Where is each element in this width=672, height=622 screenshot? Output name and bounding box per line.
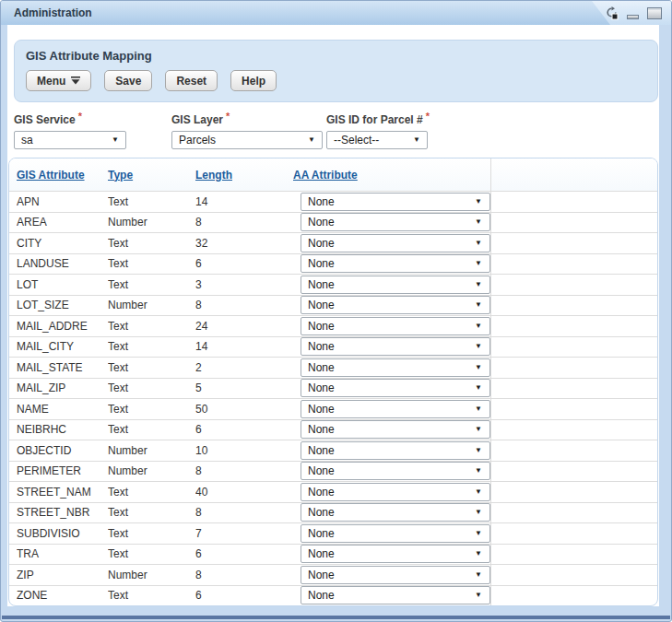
aa-attribute-select[interactable]: None ▼: [301, 337, 490, 356]
cell-gis-attribute: NAME: [17, 403, 108, 416]
minimize-icon[interactable]: [627, 7, 639, 19]
column-header-length[interactable]: Length: [195, 169, 232, 182]
cell-type: Text: [108, 361, 195, 374]
gis-form: GIS Service* sa ▼ GIS Layer* Parcels ▼ G…: [7, 111, 659, 153]
chevron-down-icon: ▼: [475, 281, 482, 288]
cell-gis-attribute: NEIBRHC: [17, 423, 108, 436]
cell-type: Text: [108, 340, 195, 353]
chevron-down-icon: ▼: [475, 198, 482, 205]
reset-button[interactable]: Reset: [165, 70, 218, 91]
cell-length: 10: [195, 444, 293, 457]
cell-length: 7: [195, 527, 293, 540]
attribute-table: GIS Attribute Type Length AA Attribute A…: [8, 158, 658, 606]
aa-attribute-value: None: [308, 381, 475, 394]
maximize-icon[interactable]: [647, 7, 662, 19]
aa-attribute-select[interactable]: None ▼: [301, 254, 490, 273]
aa-attribute-select[interactable]: None ▼: [301, 317, 490, 335]
cell-length: 6: [195, 547, 293, 560]
cell-length: 3: [195, 278, 293, 291]
cell-type: Text: [108, 320, 195, 333]
cell-length: 14: [195, 195, 293, 208]
table-row: PERIMETER Number 8 None ▼: [9, 461, 657, 482]
aa-attribute-select[interactable]: None ▼: [301, 379, 490, 397]
cell-gis-attribute: OBJECTID: [17, 444, 108, 457]
cell-gis-attribute: AREA: [17, 216, 108, 229]
gis-service-select[interactable]: sa ▼: [14, 131, 126, 149]
cell-type: Text: [108, 278, 195, 291]
aa-attribute-select[interactable]: None ▼: [301, 400, 490, 418]
cell-gis-attribute: PERIMETER: [17, 464, 108, 477]
table-row: AREA Number 8 None ▼: [9, 212, 657, 233]
aa-attribute-select[interactable]: None ▼: [301, 503, 490, 522]
gis-attribute-mapping-panel: GIS Attribute Mapping Menu Save Reset He…: [14, 40, 658, 102]
save-button[interactable]: Save: [104, 70, 152, 91]
menu-button[interactable]: Menu: [26, 70, 91, 91]
cell-length: 5: [195, 381, 293, 394]
aa-attribute-select[interactable]: None ▼: [301, 586, 490, 604]
chevron-down-icon: ▼: [112, 136, 119, 144]
chevron-down-icon: ▼: [475, 405, 482, 413]
cell-type: Text: [108, 527, 195, 540]
aa-attribute-value: None: [308, 195, 475, 208]
cell-type: Text: [108, 381, 195, 394]
required-marker: *: [78, 111, 82, 122]
table-body: APN Text 14 None ▼ AREA Number 8 None ▼ …: [9, 191, 657, 605]
cell-type: Number: [108, 464, 195, 477]
chevron-down-icon: ▼: [475, 218, 482, 226]
cell-length: 8: [195, 299, 293, 311]
menu-dropdown-icon: [71, 76, 80, 85]
aa-attribute-select[interactable]: None ▼: [301, 462, 490, 480]
aa-attribute-select[interactable]: None ▼: [301, 296, 490, 314]
window-title: Administration: [14, 6, 92, 19]
cell-gis-attribute: LANDUSE: [17, 257, 108, 270]
aa-attribute-select[interactable]: None ▼: [301, 213, 490, 231]
aa-attribute-value: None: [308, 444, 475, 457]
aa-attribute-value: None: [308, 423, 475, 436]
aa-attribute-select[interactable]: None ▼: [301, 545, 490, 563]
help-button[interactable]: Help: [230, 70, 277, 91]
cell-type: Text: [108, 237, 195, 250]
aa-attribute-value: None: [308, 403, 475, 416]
aa-attribute-select[interactable]: None ▼: [301, 193, 490, 211]
aa-attribute-select[interactable]: None ▼: [301, 420, 490, 439]
column-header-gis-attribute[interactable]: GIS Attribute: [17, 169, 85, 182]
table-row: SUBDIVISIO Text 7 None ▼: [9, 522, 657, 544]
titlebar: Administration: [1, 1, 671, 25]
gis-id-parcel-select[interactable]: --Select-- ▼: [326, 131, 428, 149]
aa-attribute-select[interactable]: None ▼: [301, 483, 490, 501]
cell-type: Text: [108, 506, 195, 519]
cell-length: 8: [195, 464, 293, 477]
aa-attribute-select[interactable]: None ▼: [301, 276, 490, 294]
table-row: ZONE Text 6 None ▼: [9, 585, 657, 606]
chevron-down-icon: ▼: [475, 240, 482, 247]
cell-gis-attribute: CITY: [17, 237, 108, 250]
required-marker: *: [226, 111, 230, 122]
chevron-down-icon: ▼: [475, 488, 482, 496]
table-row: LOT Text 3 None ▼: [9, 274, 657, 295]
gis-id-parcel-field: GIS ID for Parcel #* --Select-- ▼: [326, 111, 428, 149]
aa-attribute-select[interactable]: None ▼: [301, 524, 490, 543]
aa-attribute-select[interactable]: None ▼: [301, 441, 490, 460]
aa-attribute-select[interactable]: None ▼: [301, 234, 490, 252]
cell-length: 40: [195, 486, 293, 499]
cell-gis-attribute: MAIL_STATE: [17, 361, 108, 374]
chevron-down-icon: ▼: [475, 447, 482, 454]
aa-attribute-value: None: [308, 340, 475, 353]
chevron-down-icon: ▼: [308, 136, 315, 144]
aa-attribute-select[interactable]: None ▼: [301, 566, 490, 584]
gis-layer-field: GIS Layer* Parcels ▼: [171, 111, 323, 149]
chevron-down-icon: ▼: [475, 260, 482, 267]
gis-service-label: GIS Service*: [14, 113, 82, 126]
cell-gis-attribute: ZONE: [17, 589, 108, 602]
aa-attribute-value: None: [308, 299, 475, 311]
table-header-row: GIS Attribute Type Length AA Attribute: [9, 158, 657, 191]
cell-gis-attribute: TRA: [17, 547, 108, 560]
detach-icon[interactable]: [605, 6, 619, 20]
column-header-type[interactable]: Type: [108, 169, 133, 182]
aa-attribute-select[interactable]: None ▼: [301, 358, 490, 377]
cell-length: 8: [195, 506, 293, 519]
cell-length: 6: [195, 423, 293, 436]
column-header-aa-attribute[interactable]: AA Attribute: [293, 169, 358, 182]
table-row: LANDUSE Text 6 None ▼: [9, 253, 657, 275]
gis-layer-select[interactable]: Parcels ▼: [171, 131, 323, 149]
